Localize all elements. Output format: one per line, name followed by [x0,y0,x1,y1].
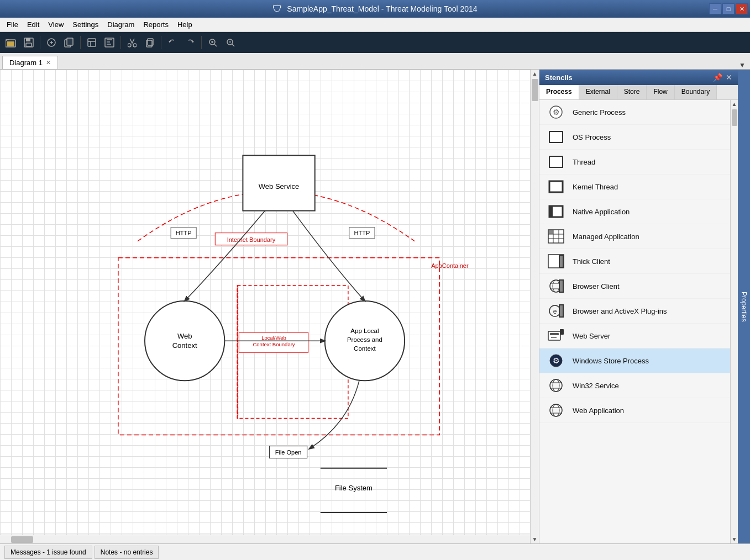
stencil-icon-browser-client [547,278,565,294]
toolbar-zoom-out[interactable] [223,35,238,50]
app-local-label3: Context [354,345,376,352]
http1-label: HTTP [176,230,192,236]
stencil-win32-service[interactable]: Win32 Service [539,373,730,398]
window-title: SampleApp_Threat_Model - Threat Modeling… [287,4,477,13]
toolbar-open[interactable] [3,35,19,50]
svg-point-11 [133,44,137,47]
toolbar-save[interactable] [21,35,36,50]
stencil-label-browser-activex: Browser and ActiveX Plug-ins [573,307,667,315]
svg-point-53 [553,404,559,416]
toolbar-redo[interactable] [182,35,198,50]
tab-dropdown[interactable]: ▼ [739,61,746,69]
menu-help[interactable]: Help [173,19,197,30]
file-system-label: File System [335,484,373,492]
stencils-close[interactable]: ✕ [726,73,732,82]
maximize-button[interactable]: □ [722,3,735,14]
toolbar-zoom-in[interactable] [205,35,221,50]
stencil-thick-client[interactable]: Thick Client [539,249,730,274]
menu-settings[interactable]: Settings [68,19,103,30]
stencil-icon-web-app [547,403,565,418]
flow-applocal-to-fileopen [310,381,359,448]
title-bar: 🛡 SampleApp_Threat_Model - Threat Modeli… [0,0,750,18]
stencil-generic-process[interactable]: ⚙ Generic Process [539,100,730,125]
stencil-icon-kernel-thread [547,179,565,194]
stencil-label-win32-service: Win32 Service [573,382,619,390]
web-context-circle[interactable] [145,301,224,381]
toolbar-open2[interactable] [102,35,117,50]
stencil-label-os-process: OS Process [573,133,611,141]
stencil-scroll-thumb[interactable] [732,109,737,126]
toolbar-cut[interactable] [124,35,140,50]
stencil-web-server[interactable]: Web Server [539,324,730,348]
svg-rect-19 [549,156,563,167]
stencil-label-thick-client: Thick Client [573,257,610,266]
svg-rect-3 [26,38,30,41]
menu-bar: File Edit View Settings Diagram Reports … [0,18,750,32]
stencil-icon-native-app [547,204,565,219]
appcontainer-label: AppContainer [431,262,469,269]
stencil-label-browser-client: Browser Client [573,282,620,290]
web-context-label1: Web [177,332,192,340]
stencil-tab-flow[interactable]: Flow [647,85,674,99]
stencil-scroll-up[interactable]: ▲ [731,100,738,108]
scroll-thumb-h[interactable] [11,536,33,543]
svg-point-48 [550,379,562,392]
stencil-os-process[interactable]: OS Process [539,125,730,150]
toolbar-undo[interactable] [165,35,180,50]
tab-close[interactable]: ✕ [46,59,51,66]
scroll-up[interactable]: ▲ [531,70,539,78]
stencils-panel: Stencils 📌 ✕ Process External Store Flow… [539,70,738,543]
stencils-pin[interactable]: 📌 [713,73,722,82]
stencil-tab-boundary[interactable]: Boundary [675,85,717,99]
close-button[interactable]: ✕ [736,3,748,14]
status-messages[interactable]: Messages - 1 issue found [4,546,92,559]
stencil-browser-client[interactable]: Browser Client [539,274,730,299]
canvas-area[interactable]: Internet Boundary AppContainer Local/Web… [0,70,539,543]
stencil-label-kernel-thread: Kernel Thread [573,183,618,191]
properties-tab[interactable]: Properties [738,70,750,543]
svg-text:⚙: ⚙ [553,108,560,117]
toolbar-copy[interactable] [142,35,158,50]
stencil-kernel-thread[interactable]: Kernel Thread [539,175,730,199]
toolbar-sep3 [120,36,121,49]
stencil-web-app[interactable]: Web Application [539,398,730,423]
stencil-tab-process[interactable]: Process [539,85,579,99]
stencil-label-thread: Thread [573,158,595,166]
stencil-icon-win32-service [547,378,565,393]
minimize-button[interactable]: ─ [709,3,721,14]
status-notes[interactable]: Notes - no entries [95,546,159,559]
svg-point-10 [128,44,131,47]
toolbar-new[interactable] [44,35,59,50]
menu-file[interactable]: File [2,19,23,30]
diagram-svg[interactable]: Internet Boundary AppContainer Local/Web… [0,70,530,535]
stencil-icon-managed-app [547,229,565,244]
scrollbar-vertical[interactable]: ▲ ▼ [530,70,539,543]
stencil-label-web-app: Web Application [573,406,624,415]
menu-diagram[interactable]: Diagram [103,19,139,30]
menu-reports[interactable]: Reports [139,19,173,30]
stencil-scroll-down[interactable]: ▼ [731,535,738,543]
menu-view[interactable]: View [44,19,68,30]
stencil-thread[interactable]: Thread [539,150,730,175]
stencil-label-windows-store: Windows Store Process [573,357,649,365]
stencil-windows-store[interactable]: ⚙ Windows Store Process [539,348,730,373]
menu-edit[interactable]: Edit [23,19,44,30]
main-area: Internet Boundary AppContainer Local/Web… [0,70,750,543]
tab-diagram1[interactable]: Diagram 1 ✕ [2,56,58,69]
stencil-icon-os-process [547,129,565,145]
status-bar: Messages - 1 issue found Notes - no entr… [0,543,750,560]
window-controls: ─ □ ✕ [709,3,748,14]
toolbar-copy2[interactable] [61,35,77,50]
stencil-browser-activex[interactable]: e Browser and ActiveX Plug-ins [539,299,730,324]
scroll-down[interactable]: ▼ [531,535,539,543]
toolbar-template[interactable] [84,35,99,50]
scrollbar-horizontal[interactable] [0,535,530,543]
internet-boundary-label: Internet Boundary [227,236,276,243]
stencil-scrollbar[interactable]: ▲ ▼ [730,100,738,543]
properties-label: Properties [740,292,748,322]
scroll-thumb-v[interactable] [532,79,538,101]
stencil-native-app[interactable]: Native Application [539,199,730,224]
stencil-tab-external[interactable]: External [579,85,617,99]
stencil-managed-app[interactable]: Managed Application [539,224,730,249]
stencil-tab-store[interactable]: Store [617,85,647,99]
